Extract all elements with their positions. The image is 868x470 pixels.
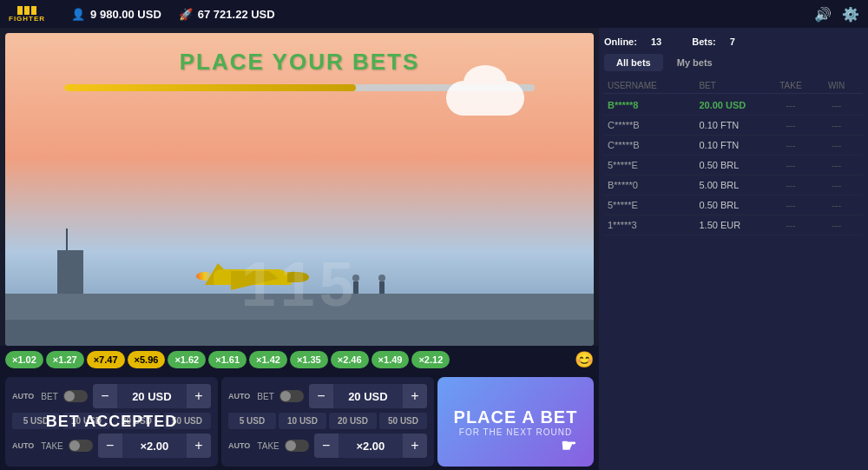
online-label: Online:	[604, 36, 637, 47]
bet-row-item: C*****B 0.10 FTN --- ---	[604, 116, 863, 136]
bet-win: ---	[813, 160, 859, 170]
bet-row-item: B*****8 20.00 USD --- ---	[604, 96, 863, 116]
bet-row-left-top: AUTO BET − 20 USD +	[12, 384, 211, 408]
bet-username: C*****B	[608, 140, 699, 150]
carrier-body	[5, 320, 594, 346]
mult-btn-8[interactable]: ×2.46	[331, 351, 369, 368]
header: FIGHTER 👤 9 980.00 USD 🚀 67 721.22 USD 🔊…	[0, 0, 868, 28]
tab-my-bets[interactable]: My bets	[665, 54, 725, 71]
online-count: 13	[651, 36, 661, 47]
progress-bar-fill	[64, 84, 356, 91]
bet-username: 5*****E	[608, 200, 699, 210]
take-minus-left[interactable]: −	[98, 434, 122, 458]
minus-btn-right[interactable]: −	[309, 384, 333, 408]
header-right: 🔊 ⚙️	[814, 6, 859, 23]
take-label-right: TAKE	[257, 441, 279, 451]
sound-icon[interactable]: 🔊	[814, 6, 832, 23]
mult-btn-10[interactable]: ×2.12	[411, 351, 450, 368]
bets-table-body: B*****8 20.00 USD --- --- C*****B 0.10 F…	[604, 96, 863, 465]
carrier-antenna	[66, 228, 68, 250]
take-plus-right[interactable]: +	[403, 434, 427, 458]
bet-row-item: 1*****3 1.50 EUR --- ---	[604, 215, 863, 235]
logo: FIGHTER	[9, 6, 45, 23]
amount-value-right: 20 USD	[333, 390, 403, 403]
bet-take: ---	[768, 140, 814, 150]
take-minus-right[interactable]: −	[314, 434, 339, 458]
take-value-left: ×2.00	[122, 440, 187, 453]
bet-win: ---	[813, 140, 859, 150]
plus-btn-left[interactable]: +	[187, 384, 211, 408]
mult-btn-7[interactable]: ×1.35	[290, 351, 328, 368]
place-bet-sub-text: FOR THE NEXT ROUND	[459, 427, 572, 437]
logo-text: FIGHTER	[9, 15, 45, 23]
col-bet-header: BET	[699, 81, 767, 90]
quick-10-right[interactable]: 10 USD	[279, 413, 326, 429]
mult-btn-6[interactable]: ×1.42	[249, 351, 287, 368]
game-canvas: PLACE YOUR BETS	[5, 33, 594, 346]
take-plus-left[interactable]: +	[187, 434, 211, 458]
auto-toggle-right[interactable]	[279, 390, 304, 402]
mult-btn-4[interactable]: ×1.62	[168, 351, 206, 368]
take-toggle-right[interactable]	[285, 440, 309, 452]
bet-username: 5*****E	[608, 160, 699, 170]
mult-btn-0[interactable]: ×1.02	[5, 351, 43, 368]
mult-btn-2[interactable]: ×7.47	[87, 351, 125, 368]
cloud-decoration	[446, 81, 524, 116]
auto-label-right: AUTO	[228, 392, 250, 400]
bet-row-item: B*****0 5.00 BRL --- ---	[604, 175, 863, 195]
auto-toggle-left[interactable]	[63, 390, 88, 402]
bets-stats: Online: 13 Bets: 7	[604, 33, 863, 54]
tab-all-bets[interactable]: All bets	[604, 54, 663, 71]
bet-win: ---	[813, 200, 859, 210]
bet-amount: 1.50 EUR	[699, 220, 767, 230]
emoji-button[interactable]: 😊	[575, 350, 594, 369]
col-take-header: TAKE	[768, 81, 814, 90]
place-bet-button[interactable]: PLACE A BET FOR THE NEXT ROUND ☛	[437, 377, 594, 467]
bet-username: B*****0	[608, 180, 699, 190]
mult-btn-1[interactable]: ×1.27	[46, 351, 84, 368]
balance2-value: 67 721.22 USD	[198, 8, 275, 21]
quick-20-left[interactable]: 20 USD	[113, 413, 161, 429]
bet-take: ---	[768, 180, 814, 190]
quick-20-right[interactable]: 20 USD	[329, 413, 377, 429]
bet-panel-left: AUTO BET − 20 USD + 5 USD 10 USD 20 USD	[5, 377, 218, 467]
balance2: 🚀 67 721.22 USD	[179, 8, 275, 21]
bets-panel: Online: 13 Bets: 7 All bets My bets USER…	[599, 28, 868, 470]
take-value-right: ×2.00	[339, 440, 403, 453]
take-control-left: − ×2.00 +	[98, 434, 211, 458]
bet-amount: 0.50 BRL	[699, 160, 767, 170]
bet-win: ---	[813, 220, 859, 230]
quick-5-left[interactable]: 5 USD	[12, 413, 60, 429]
bet-take: ---	[768, 200, 814, 210]
mult-btn-3[interactable]: ×5.96	[128, 351, 166, 368]
quick-5-right[interactable]: 5 USD	[228, 413, 276, 429]
minus-btn-left[interactable]: −	[93, 384, 117, 408]
bet-amount: 0.10 FTN	[699, 120, 767, 130]
auto-label-take-left: AUTO	[12, 441, 34, 450]
bet-take: ---	[768, 220, 814, 230]
bet-amount: 20.00 USD	[699, 100, 767, 110]
take-label-left: TAKE	[41, 441, 62, 451]
take-toggle-left[interactable]	[69, 440, 93, 452]
bet-take: ---	[768, 120, 814, 130]
plus-btn-right[interactable]: +	[403, 384, 427, 408]
bets-table-header: USERNAME BET TAKE WIN	[604, 78, 863, 94]
user-icon: 👤	[71, 8, 85, 21]
quick-10-left[interactable]: 10 USD	[62, 413, 110, 429]
mult-btn-9[interactable]: ×1.49	[372, 351, 410, 368]
bet-row-item: 5*****E 0.50 BRL --- ---	[604, 156, 863, 175]
amount-control-right: − 20 USD +	[309, 384, 427, 408]
bet-row-item: C*****B 0.10 FTN --- ---	[604, 136, 863, 156]
quick-50-right[interactable]: 50 USD	[379, 413, 427, 429]
game-title: PLACE YOUR BETS	[5, 33, 594, 76]
round-counter: 115	[240, 248, 358, 320]
bet-label-left: BET	[41, 392, 57, 401]
bet-win: ---	[813, 180, 859, 190]
carrier-tower	[57, 250, 83, 294]
amount-control-left: − 20 USD +	[93, 384, 211, 408]
auto-label-left: AUTO	[12, 392, 34, 400]
quick-50-left[interactable]: 50 USD	[163, 413, 211, 429]
mult-btn-5[interactable]: ×1.61	[208, 351, 247, 368]
settings-icon[interactable]: ⚙️	[842, 6, 859, 23]
take-row-left: AUTO TAKE − ×2.00 +	[12, 434, 211, 458]
